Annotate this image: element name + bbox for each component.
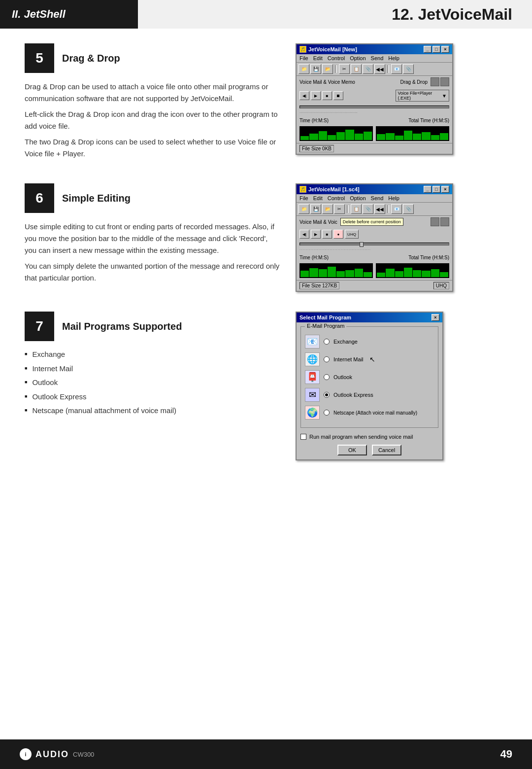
toolbar: 📁 💾 📂 ✂ 📋 📎 ◀◀ 📧 📎 bbox=[297, 63, 452, 76]
quality-label: UHQ bbox=[433, 282, 449, 289]
exchange-label: Exchange bbox=[333, 339, 358, 345]
netscape-icon: 🌍 bbox=[305, 406, 320, 419]
close-button-2[interactable]: × bbox=[441, 186, 449, 193]
radio-outlook-express[interactable] bbox=[324, 392, 330, 398]
radio-imail[interactable] bbox=[324, 356, 330, 362]
close-button-3[interactable]: × bbox=[432, 314, 439, 321]
play-controls-2: ◀| ▶ ■ ● UHQ bbox=[297, 228, 452, 241]
file-size-label: File Size 0KB bbox=[299, 145, 334, 152]
radio-outlook[interactable] bbox=[324, 374, 330, 380]
section-5-number: 5 bbox=[25, 43, 54, 73]
menu2-file[interactable]: File bbox=[299, 195, 308, 201]
section-5: 5 Drag & Drop Drag & Drop can be used to… bbox=[25, 43, 507, 164]
ok-button[interactable]: OK bbox=[337, 445, 367, 455]
tb2-open[interactable]: 📂 bbox=[322, 204, 333, 214]
outlook-icon: 📮 bbox=[305, 370, 320, 384]
section-6-number: 6 bbox=[25, 183, 54, 213]
voice-player-dropdown[interactable]: Voice File+Player (.EXE) ▼ bbox=[396, 90, 450, 102]
prev-btn-2[interactable]: ◀| bbox=[299, 230, 309, 239]
total-time-label-2: Total Time (H:M:S) bbox=[408, 255, 449, 260]
dialog-2-title: JetVoiceMail [1.sc4] bbox=[308, 186, 360, 192]
minimize-button-2[interactable]: _ bbox=[424, 186, 432, 193]
pause-btn[interactable]: ■ bbox=[322, 91, 332, 100]
tb-paste[interactable]: 📎 bbox=[363, 64, 373, 74]
play-controls: ◀| ▶ ■ ⏹ Voice File+Player (.EXE) ▼ bbox=[297, 88, 452, 104]
tb-open[interactable]: 📂 bbox=[322, 64, 333, 74]
menu2-help[interactable]: Help bbox=[388, 195, 399, 201]
section-6-para-1: Use simple editing to cut front or endin… bbox=[25, 221, 281, 256]
tb-attach[interactable]: 📎 bbox=[403, 64, 414, 74]
time-label-2: Time (H:M:S) bbox=[299, 255, 329, 260]
drag-drop-icon-1[interactable] bbox=[431, 77, 439, 86]
position-slider[interactable] bbox=[299, 105, 449, 108]
email-program-group: E-Mail Program 📧 Exchange 🌐 Internet bbox=[300, 326, 438, 428]
play-btn-2[interactable]: ▶ bbox=[311, 230, 321, 239]
menu2-control[interactable]: Control bbox=[328, 195, 345, 201]
tb-cut[interactable]: ✂ bbox=[339, 64, 350, 74]
run-on-send-checkbox[interactable] bbox=[300, 434, 306, 440]
outlook-express-label: Outlook Express bbox=[333, 392, 373, 398]
file-size-label-2: File Size 127KB bbox=[299, 282, 339, 289]
menu2-option[interactable]: Option bbox=[350, 195, 366, 201]
page-header: II. JetShell 12. JetVoiceMail bbox=[0, 0, 532, 29]
menu-send[interactable]: Send bbox=[371, 55, 384, 61]
menu2-send[interactable]: Send bbox=[371, 195, 384, 201]
prev-btn[interactable]: ◀| bbox=[299, 91, 309, 100]
tb-copy[interactable]: 📋 bbox=[351, 64, 362, 74]
progress-area-2: ········································… bbox=[297, 241, 452, 254]
total-time-label: Total Time (H:M:S) bbox=[408, 118, 449, 123]
maximize-button-2[interactable]: □ bbox=[432, 186, 440, 193]
tb2-back[interactable]: ◀◀ bbox=[374, 204, 385, 214]
delete-tooltip: Delete before current position bbox=[340, 218, 403, 226]
tb2-copy[interactable]: 📋 bbox=[351, 204, 362, 214]
dialog-titlebar: 🎵 JetVoiceMail [New] _ □ × bbox=[297, 44, 452, 54]
menu-edit[interactable]: Edit bbox=[313, 55, 323, 61]
drag-drop-icon-2[interactable] bbox=[440, 77, 449, 86]
menu-file[interactable]: File bbox=[299, 55, 308, 61]
voice-memo-row: Voice Mail & Voice Memo Drag & Drop bbox=[297, 76, 452, 88]
group-legend: E-Mail Program bbox=[305, 323, 346, 329]
position-slider-2[interactable] bbox=[299, 243, 449, 245]
uhq-btn[interactable]: UHQ bbox=[345, 230, 359, 239]
tb-save[interactable]: 💾 bbox=[310, 64, 321, 74]
menu-bar-2: File Edit Control Option Send Help bbox=[297, 194, 452, 203]
minimize-button[interactable]: _ bbox=[424, 46, 432, 53]
tb-new[interactable]: 📁 bbox=[299, 64, 309, 74]
cancel-button[interactable]: Cancel bbox=[372, 445, 401, 455]
voice-memo-label: Voice Mail & Voice Memo bbox=[299, 79, 355, 85]
radio-netscape[interactable] bbox=[324, 410, 330, 416]
viz-left bbox=[299, 126, 373, 141]
chapter-right-label: 12. JetVoiceMail bbox=[138, 0, 532, 29]
rec-btn[interactable]: ● bbox=[333, 230, 343, 239]
tb2-paste[interactable]: 📎 bbox=[363, 204, 373, 214]
tb-send[interactable]: 📧 bbox=[391, 64, 402, 74]
jetvoicemail-new-dialog: 🎵 JetVoiceMail [New] _ □ × File Edit Con… bbox=[296, 43, 453, 155]
section-6: 6 Simple Editing Use simple editing to c… bbox=[25, 183, 507, 292]
radio-exchange[interactable] bbox=[324, 339, 330, 345]
slider-thumb[interactable] bbox=[360, 242, 364, 247]
brand-name: AUDIO bbox=[35, 749, 69, 760]
tb2-send[interactable]: 📧 bbox=[391, 204, 402, 214]
drag-drop-icon-3[interactable] bbox=[431, 217, 439, 226]
menu-control[interactable]: Control bbox=[328, 55, 345, 61]
tb2-new[interactable]: 📁 bbox=[299, 204, 309, 214]
play-btn[interactable]: ▶ bbox=[311, 91, 321, 100]
section-5-body: Drag & Drop can be used to attach a voic… bbox=[25, 81, 281, 160]
menu-option[interactable]: Option bbox=[350, 55, 366, 61]
menu2-edit[interactable]: Edit bbox=[313, 195, 323, 201]
tb2-save[interactable]: 💾 bbox=[310, 204, 321, 214]
tb-back[interactable]: ◀◀ bbox=[374, 64, 385, 74]
tb2-attach[interactable]: 📎 bbox=[403, 204, 414, 214]
time-label: Time (H:M:S) bbox=[299, 118, 329, 123]
stop-btn[interactable]: ⏹ bbox=[333, 91, 343, 100]
menu-bar: File Edit Control Option Send Help bbox=[297, 54, 452, 63]
maximize-button[interactable]: □ bbox=[432, 46, 440, 53]
menu-help[interactable]: Help bbox=[388, 55, 399, 61]
time-row-2: Time (H:M:S) Total Time (H:M:S) bbox=[297, 254, 452, 261]
section-6-header: 6 Simple Editing bbox=[25, 183, 281, 213]
stop-btn-2[interactable]: ■ bbox=[322, 230, 332, 239]
mail-dialog-buttons: OK Cancel bbox=[297, 442, 442, 459]
drag-drop-icon-4[interactable] bbox=[440, 217, 449, 226]
tb2-cut[interactable]: ✂ bbox=[334, 204, 345, 214]
close-button[interactable]: × bbox=[441, 46, 449, 53]
